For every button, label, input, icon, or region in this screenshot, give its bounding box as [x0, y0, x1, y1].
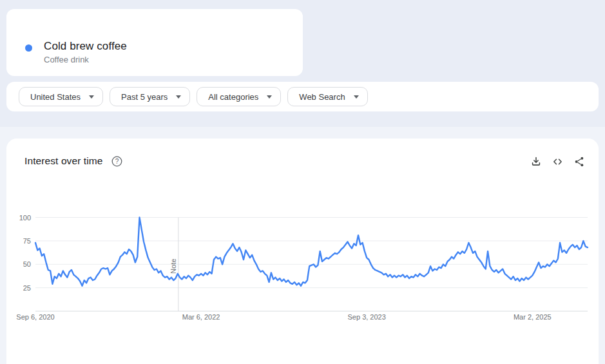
help-icon[interactable]: ?: [111, 156, 122, 167]
filter-geo-label: United States: [30, 92, 81, 102]
embed-icon[interactable]: [552, 156, 564, 168]
svg-text:?: ?: [115, 158, 119, 165]
search-term-subtitle: Coffee drink: [44, 55, 89, 64]
chevron-down-icon: [354, 95, 359, 99]
svg-text:25: 25: [23, 284, 31, 292]
share-icon[interactable]: [573, 156, 585, 168]
svg-text:Note: Note: [169, 258, 177, 273]
filter-category-label: All categories: [208, 92, 258, 102]
chart-actions: [530, 156, 585, 168]
filter-time-range[interactable]: Past 5 years: [110, 87, 190, 106]
filter-geo[interactable]: United States: [19, 87, 103, 106]
chevron-down-icon: [176, 95, 181, 99]
series-color-dot: [25, 44, 32, 52]
filter-category[interactable]: All categories: [197, 87, 281, 106]
chevron-down-icon: [89, 95, 94, 99]
svg-text:100: 100: [19, 214, 31, 222]
filter-search-type-label: Web Search: [299, 92, 345, 102]
svg-text:Sep 3, 2023: Sep 3, 2023: [348, 313, 386, 321]
filter-time-label: Past 5 years: [121, 92, 168, 102]
svg-text:75: 75: [23, 237, 31, 245]
interest-over-time-card: 255075100NoteSep 6, 2020Mar 6, 2022Sep 3…: [6, 139, 599, 364]
trend-line-chart[interactable]: 255075100NoteSep 6, 2020Mar 6, 2022Sep 3…: [6, 139, 599, 364]
download-icon[interactable]: [530, 156, 542, 168]
filter-bar: United States Past 5 years All categorie…: [6, 82, 599, 111]
search-term-title: Cold brew coffee: [44, 40, 127, 53]
svg-text:Mar 6, 2022: Mar 6, 2022: [182, 313, 220, 321]
svg-text:Sep 6, 2020: Sep 6, 2020: [16, 313, 54, 321]
filter-search-type[interactable]: Web Search: [287, 87, 367, 106]
svg-text:Mar 2, 2025: Mar 2, 2025: [514, 313, 552, 321]
chart-title: Interest over time: [24, 155, 103, 167]
svg-text:50: 50: [23, 260, 31, 268]
chevron-down-icon: [267, 95, 272, 99]
search-term-card[interactable]: Cold brew coffee Coffee drink: [6, 9, 303, 76]
